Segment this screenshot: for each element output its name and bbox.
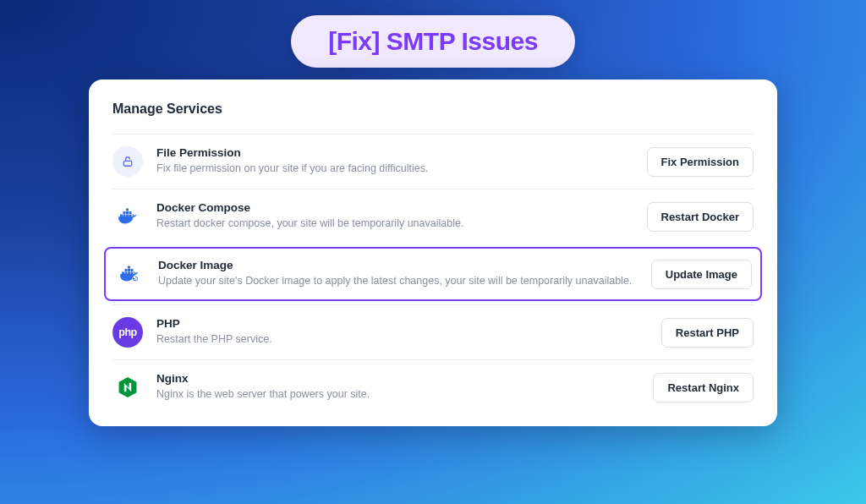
php-label: php xyxy=(118,326,136,338)
docker-sync-icon xyxy=(114,259,145,289)
unlock-icon xyxy=(112,146,143,177)
service-desc: Nginx is the web server that powers your… xyxy=(156,387,639,403)
restart-php-button[interactable]: Restart PHP xyxy=(661,318,754,348)
svg-rect-5 xyxy=(123,211,126,214)
service-title: Docker Image xyxy=(158,259,638,271)
svg-rect-0 xyxy=(123,161,131,166)
service-desc: Restart docker compose, your site will b… xyxy=(156,216,633,232)
hero-title: [Fix] SMTP Issues xyxy=(328,27,538,55)
service-desc: Fix file permission on your site if you … xyxy=(156,162,633,177)
service-row-php: php PHP Restart the PHP service. Restart… xyxy=(112,304,754,359)
restart-docker-button[interactable]: Restart Docker xyxy=(647,202,754,232)
update-image-button[interactable]: Update Image xyxy=(651,260,752,289)
service-row-docker-image: Docker Image Update your site's Docker i… xyxy=(104,247,762,301)
svg-rect-7 xyxy=(129,211,132,214)
service-text: PHP Restart the PHP service. xyxy=(156,317,648,348)
service-title: PHP xyxy=(156,317,648,330)
svg-rect-16 xyxy=(128,266,130,269)
svg-rect-8 xyxy=(126,209,129,211)
service-row-file-permission: File Permission Fix file permission on y… xyxy=(112,134,754,189)
service-row-nginx: Nginx Nginx is the web server that power… xyxy=(112,359,754,414)
service-desc: Update your site's Docker image to apply… xyxy=(158,274,638,289)
service-text: Docker Image Update your site's Docker i… xyxy=(158,259,638,289)
fix-permission-button[interactable]: Fix Permission xyxy=(647,147,754,177)
service-text: Nginx Nginx is the web server that power… xyxy=(156,372,639,403)
svg-rect-14 xyxy=(128,269,130,271)
svg-rect-13 xyxy=(125,269,128,271)
service-row-docker-compose: Docker Compose Restart docker compose, y… xyxy=(112,189,754,244)
manage-services-card: Manage Services File Permission Fix file… xyxy=(89,79,777,426)
service-title: Docker Compose xyxy=(156,201,633,214)
card-title: Manage Services xyxy=(112,101,754,117)
service-desc: Restart the PHP service. xyxy=(156,332,648,348)
service-text: File Permission Fix file permission on y… xyxy=(156,146,633,177)
restart-nginx-button[interactable]: Restart Nginx xyxy=(653,373,754,403)
service-text: Docker Compose Restart docker compose, y… xyxy=(156,201,633,232)
svg-rect-15 xyxy=(131,269,134,271)
hero-pill: [Fix] SMTP Issues xyxy=(291,15,575,68)
svg-rect-6 xyxy=(126,211,129,214)
service-title: Nginx xyxy=(156,372,639,385)
nginx-icon xyxy=(112,372,143,403)
php-icon: php xyxy=(112,317,143,348)
docker-icon xyxy=(112,201,143,232)
service-title: File Permission xyxy=(156,146,633,159)
